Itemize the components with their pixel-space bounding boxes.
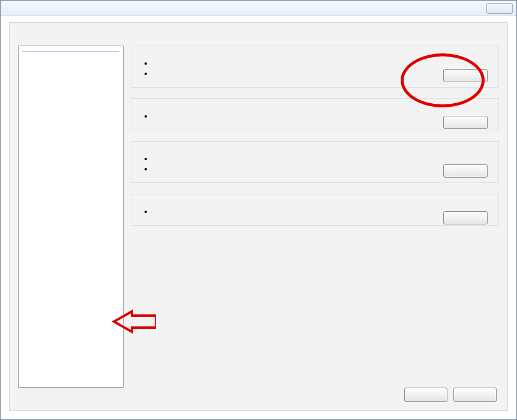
verification-more-button[interactable] [443, 116, 488, 129]
cancel-button[interactable] [453, 388, 497, 402]
group-identities [131, 141, 499, 183]
verification-bullet-1 [153, 111, 490, 121]
preferences-window [0, 0, 517, 420]
timestamp-bullet-1 [153, 206, 490, 217]
group-timestamping [131, 194, 499, 226]
content-area [9, 22, 508, 411]
window-close-button[interactable] [486, 3, 513, 14]
creation-bullet-1 [153, 58, 490, 68]
dialog-footer [404, 388, 497, 402]
right-pane [131, 40, 499, 379]
identities-bullet-2 [153, 164, 490, 174]
creation-bullet-2 [153, 68, 490, 79]
ok-button[interactable] [404, 388, 447, 402]
creation-more-button[interactable] [443, 69, 488, 82]
categories-listbox[interactable] [18, 46, 124, 388]
group-creation-appearance [131, 46, 499, 88]
identities-more-button[interactable] [443, 164, 488, 178]
identities-bullet-1 [153, 154, 490, 164]
timestamp-more-button[interactable] [443, 211, 488, 224]
group-verification [131, 98, 499, 130]
categories-divider [22, 51, 119, 52]
titlebar [1, 1, 516, 16]
